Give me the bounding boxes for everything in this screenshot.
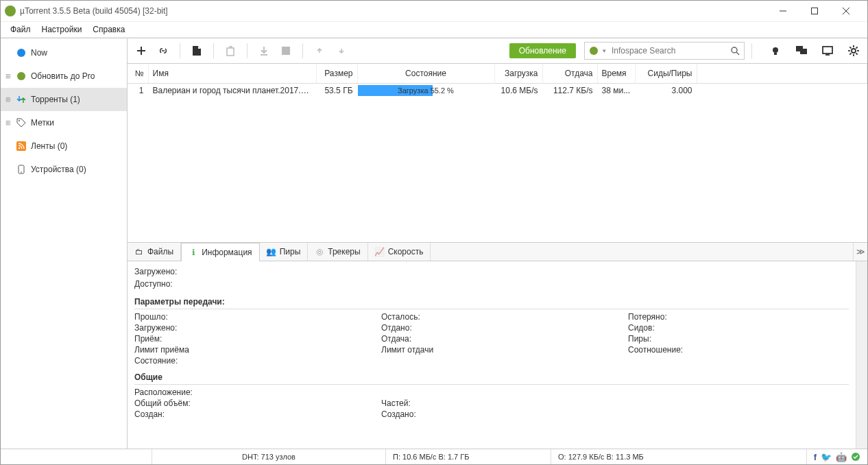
label-dl: Загружено: <box>134 323 374 333</box>
window-title: µTorrent 3.5.5 Beta (build 45054) [32-bi… <box>20 6 168 16</box>
chat-icon[interactable] <box>792 41 811 60</box>
add-torrent-button[interactable] <box>132 41 151 60</box>
app-window: µTorrent 3.5.5 Beta (build 45054) [32-bi… <box>0 0 868 465</box>
svg-rect-7 <box>16 141 26 151</box>
statusbar: DHT: 713 узлов П: 10.6 МБ/с В: 1.7 ГБ О:… <box>1 449 867 464</box>
svg-point-6 <box>19 120 20 121</box>
tab-speed[interactable]: 📈Скорость <box>368 243 431 261</box>
label-seeds: Сидов: <box>628 323 849 333</box>
expand-icon[interactable]: ⊞ <box>5 119 12 126</box>
label-remaining: Осталось: <box>381 312 621 322</box>
menu-file[interactable]: Файл <box>5 23 36 36</box>
sidebar-item-feeds[interactable]: Ленты (0) <box>1 134 127 158</box>
svg-rect-18 <box>800 49 807 54</box>
cell-num: 1 <box>128 84 148 98</box>
chevron-down-icon[interactable]: ▾ <box>603 47 606 54</box>
chart-icon: 📈 <box>375 247 385 257</box>
tab-trackers[interactable]: ◎Трекеры <box>308 243 367 261</box>
svg-point-15 <box>773 47 778 53</box>
facebook-icon[interactable]: f <box>814 452 817 462</box>
twitter-icon[interactable]: 🐦 <box>821 452 832 462</box>
scrollbar[interactable] <box>856 261 867 449</box>
col-down[interactable]: Загрузка <box>494 64 542 84</box>
label-dllimit: Лимит приёма <box>134 345 374 355</box>
rss-icon <box>16 141 27 152</box>
svg-point-8 <box>19 147 20 149</box>
svg-line-29 <box>849 53 851 55</box>
cell-eta: 38 ми... <box>597 84 635 98</box>
svg-point-12 <box>590 47 598 55</box>
minimize-button[interactable] <box>767 1 799 21</box>
network-ok-icon[interactable] <box>851 452 860 462</box>
col-status[interactable]: Состояние <box>357 64 494 84</box>
add-url-button[interactable] <box>154 41 173 60</box>
globe-icon <box>16 47 27 58</box>
status-download[interactable]: П: 10.6 МБ/с В: 1.7 ГБ <box>385 449 551 464</box>
maximize-button[interactable] <box>799 1 830 21</box>
label-total: Общий объём: <box>134 398 374 408</box>
search-input[interactable] <box>610 45 726 56</box>
android-icon[interactable]: 🤖 <box>836 452 847 462</box>
cell-status: Загрузка 55.2 % <box>357 84 494 98</box>
torrent-grid[interactable]: № Имя Размер Состояние Загрузка Отдача В… <box>128 64 867 243</box>
utorrent-icon <box>589 46 599 56</box>
sidebar-item-now[interactable]: Now <box>1 41 127 64</box>
label-downloaded: Загружено: <box>134 267 177 276</box>
svg-line-14 <box>736 52 739 55</box>
menu-help[interactable]: Справка <box>87 23 130 36</box>
status-brand: f 🐦 🤖 <box>806 449 867 464</box>
gear-icon[interactable] <box>844 41 863 60</box>
move-up-button[interactable] <box>310 41 329 60</box>
bulb-icon[interactable] <box>766 41 785 60</box>
remove-button[interactable] <box>221 41 240 60</box>
table-row[interactable]: 1 Валериан и город тысячи планет.2017.UH… <box>128 84 867 98</box>
close-button[interactable] <box>830 1 862 21</box>
svg-line-26 <box>849 47 851 48</box>
sidebar-item-torrents[interactable]: ⊞ Торренты (1) <box>1 88 127 111</box>
start-button[interactable] <box>254 41 274 60</box>
expand-icon[interactable]: ⊞ <box>5 73 12 80</box>
tab-peers[interactable]: 👥Пиры <box>260 243 309 261</box>
device-icon <box>16 164 27 175</box>
status-empty <box>1 449 152 464</box>
label-peers: Пиры: <box>628 334 849 344</box>
col-seeds[interactable]: Сиды/Пиры <box>635 64 697 84</box>
sidebar-label: Устройства (0) <box>31 165 86 174</box>
main-area: Now ⊞ Обновить до Pro ⊞ Торренты (1) ⊞ М… <box>1 38 867 449</box>
info-icon: ℹ <box>189 248 198 257</box>
col-up[interactable]: Отдача <box>542 64 597 84</box>
move-down-button[interactable] <box>332 41 351 60</box>
svg-point-10 <box>21 171 22 173</box>
menu-settings[interactable]: Настройки <box>36 23 88 36</box>
col-num[interactable]: № <box>128 64 148 84</box>
col-eta[interactable]: Время <box>597 64 635 84</box>
tab-info[interactable]: ℹИнформация <box>181 243 259 261</box>
cell-size: 53.5 ГБ <box>316 84 357 98</box>
sidebar-item-devices[interactable]: Устройства (0) <box>1 158 127 181</box>
remote-icon[interactable] <box>818 41 837 60</box>
sidebar-label: Ленты (0) <box>31 141 67 151</box>
tag-icon <box>16 117 27 128</box>
expand-icon[interactable]: ⊞ <box>5 96 12 103</box>
label-status: Состояние: <box>134 356 374 366</box>
sidebar-label: Now <box>31 48 47 58</box>
tab-files[interactable]: 🗀Файлы <box>128 243 181 261</box>
section-transfer: Параметры передачи: <box>134 297 849 309</box>
label-ulspeed: Отдача: <box>381 334 621 344</box>
stop-button[interactable] <box>276 41 296 60</box>
col-name[interactable]: Имя <box>148 64 316 84</box>
status-dht[interactable]: DHT: 713 узлов <box>152 449 385 464</box>
col-size[interactable]: Размер <box>316 64 357 84</box>
status-upload[interactable]: О: 127.9 КБ/с В: 11.3 МБ <box>551 449 716 464</box>
sidebar-item-labels[interactable]: ⊞ Метки <box>1 111 127 134</box>
sidebar-item-upgrade[interactable]: ⊞ Обновить до Pro <box>1 64 127 88</box>
search-icon[interactable] <box>730 46 740 56</box>
transfer-icon <box>16 94 27 105</box>
sidebar-label: Торренты (1) <box>31 95 80 104</box>
create-torrent-button[interactable] <box>187 41 206 60</box>
svg-line-28 <box>856 47 858 48</box>
search-box[interactable]: ▾ <box>584 42 745 60</box>
update-button[interactable]: Обновление <box>509 43 576 58</box>
folder-icon: 🗀 <box>134 247 144 257</box>
tab-options-icon[interactable]: ≫ <box>853 243 867 261</box>
